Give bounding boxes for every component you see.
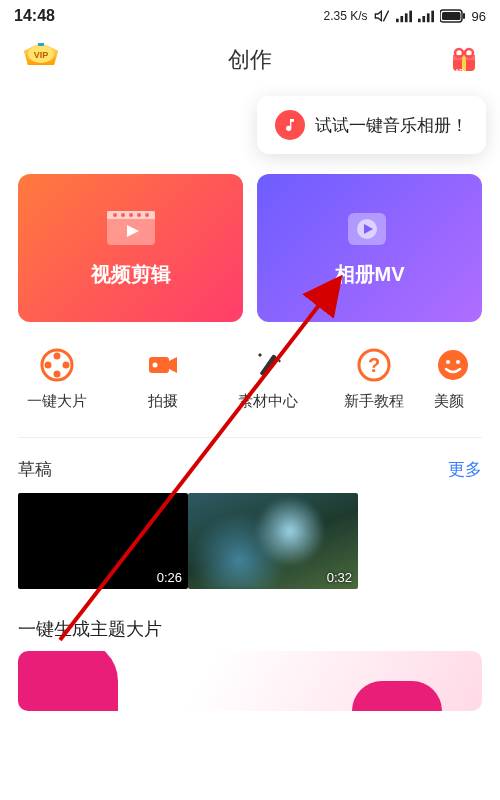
svg-point-32 [63, 362, 70, 369]
svg-point-26 [137, 213, 141, 217]
status-bar: 14:48 2.35 K/s 96 [0, 0, 500, 32]
album-mv-card[interactable]: 相册MV [257, 174, 482, 322]
tool-label: 美颜 [434, 392, 464, 411]
draft-duration: 0:26 [157, 570, 182, 585]
svg-rect-1 [396, 19, 399, 23]
wand-icon [249, 346, 287, 384]
svg-point-40 [438, 350, 468, 380]
svg-text:AD: AD [455, 68, 464, 74]
network-speed: 2.35 K/s [323, 9, 367, 23]
svg-rect-8 [431, 11, 434, 23]
draft-more-link[interactable]: 更多 [448, 458, 482, 481]
svg-rect-4 [409, 11, 412, 23]
music-album-tooltip[interactable]: 试试一键音乐相册！ [257, 96, 486, 154]
hero-cards: 视频剪辑 相册MV [0, 174, 500, 322]
tool-shoot[interactable]: 拍摄 [118, 346, 208, 411]
draft-duration: 0:32 [327, 570, 352, 585]
svg-rect-11 [463, 13, 465, 19]
tool-label: 一键大片 [27, 392, 87, 411]
reel-icon [38, 346, 76, 384]
svg-rect-3 [404, 13, 407, 22]
camera-icon [144, 346, 182, 384]
tool-material-center[interactable]: 素材中心 [223, 346, 313, 411]
svg-text:?: ? [367, 354, 379, 376]
smile-icon [434, 346, 472, 384]
svg-rect-10 [442, 12, 461, 20]
svg-point-33 [54, 371, 61, 378]
svg-rect-5 [418, 19, 421, 23]
svg-line-0 [383, 11, 388, 22]
svg-rect-6 [422, 16, 425, 22]
svg-point-41 [446, 360, 450, 364]
status-time: 14:48 [14, 7, 55, 25]
album-mv-label: 相册MV [335, 261, 405, 288]
draft-item[interactable]: 0:26 [18, 493, 188, 589]
tool-beauty[interactable]: 美颜 [434, 346, 488, 411]
svg-point-27 [145, 213, 149, 217]
vip-badge[interactable]: VIP [18, 43, 64, 77]
video-edit-label: 视频剪辑 [91, 261, 171, 288]
app-header: VIP 创作 AD [0, 32, 500, 88]
page-title: 创作 [228, 45, 272, 75]
battery-percent: 96 [472, 9, 486, 24]
play-square-icon [344, 209, 396, 247]
tooltip-text: 试试一键音乐相册！ [315, 114, 468, 137]
tool-label: 新手教程 [344, 392, 404, 411]
svg-point-34 [45, 362, 52, 369]
svg-rect-7 [426, 13, 429, 22]
svg-rect-35 [149, 357, 169, 373]
svg-point-31 [54, 353, 61, 360]
signal-icon-2 [418, 9, 434, 23]
svg-point-36 [152, 363, 157, 368]
draft-list: 0:26 0:32 [0, 493, 500, 589]
svg-rect-14 [38, 43, 44, 46]
question-icon: ? [355, 346, 393, 384]
video-edit-card[interactable]: 视频剪辑 [18, 174, 243, 322]
svg-point-24 [121, 213, 125, 217]
svg-point-23 [113, 213, 117, 217]
gift-button[interactable]: AD [446, 42, 482, 78]
tool-label: 素材中心 [238, 392, 298, 411]
svg-point-19 [465, 49, 473, 57]
svg-text:VIP: VIP [34, 50, 49, 60]
svg-point-42 [456, 360, 460, 364]
signal-icon [396, 9, 412, 23]
music-note-icon [275, 110, 305, 140]
svg-point-25 [129, 213, 133, 217]
svg-rect-2 [400, 16, 403, 22]
theme-section-title: 一键生成主题大片 [0, 589, 500, 651]
tool-one-click-movie[interactable]: 一键大片 [12, 346, 102, 411]
theme-card[interactable] [18, 651, 482, 711]
svg-point-18 [455, 49, 463, 57]
status-right: 2.35 K/s 96 [323, 8, 486, 24]
film-icon [105, 209, 157, 247]
tool-tutorial[interactable]: ? 新手教程 [329, 346, 419, 411]
battery-icon [440, 9, 466, 23]
mute-icon [374, 8, 390, 24]
tool-row: 一键大片 拍摄 素材中心 ? 新手教程 美颜 [0, 322, 500, 411]
draft-title: 草稿 [18, 458, 52, 481]
draft-item[interactable]: 0:32 [188, 493, 358, 589]
draft-section-head: 草稿 更多 [0, 438, 500, 493]
tool-label: 拍摄 [148, 392, 178, 411]
